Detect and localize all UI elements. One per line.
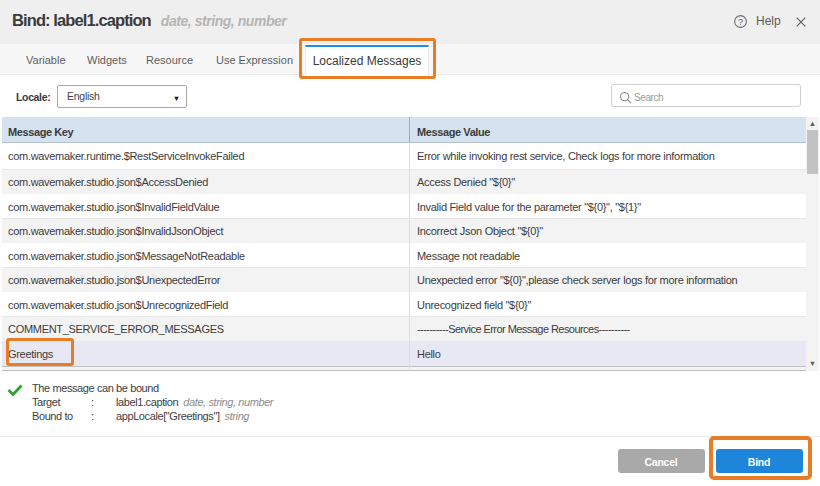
- svg-text:?: ?: [738, 17, 743, 27]
